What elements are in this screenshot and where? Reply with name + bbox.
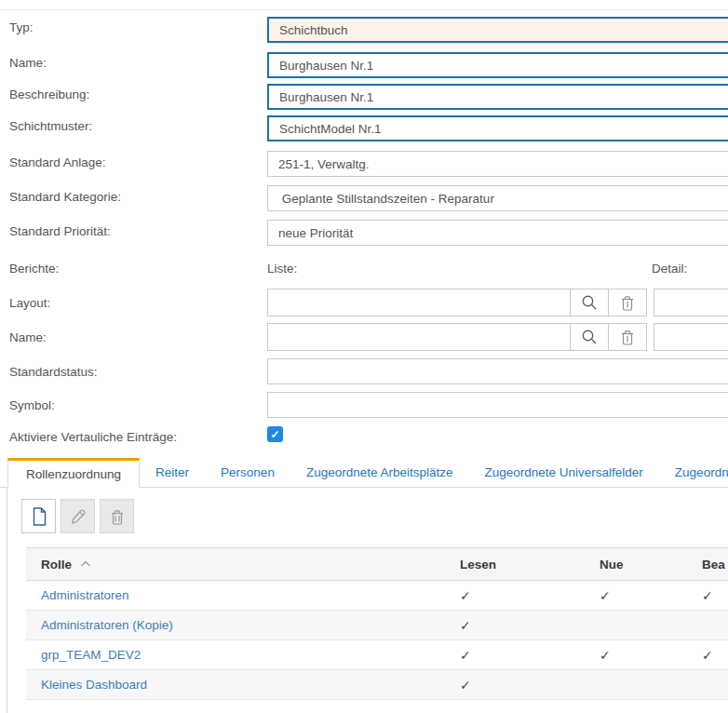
nue-permission-cell: ✓ <box>585 588 687 603</box>
checkbox-check-icon: ✓ <box>270 428 279 441</box>
lesen-permission-cell: ✓ <box>445 678 585 693</box>
tab-label: Zugeordnete <box>675 465 728 479</box>
tab-label: Reiter <box>155 465 189 479</box>
check-icon: ✓ <box>460 648 471 663</box>
tab-label: Personen <box>221 465 275 479</box>
tab-personen[interactable]: Personen <box>205 458 290 487</box>
trash-icon <box>110 508 125 525</box>
rolle-link[interactable]: Administratoren <box>41 588 129 602</box>
standard-prioritaet-label: Standard Priorität: <box>9 224 111 238</box>
rolle-link[interactable]: grp_TEAM_DEV2 <box>41 648 141 662</box>
vertrauliche-eintraege-label: Aktiviere Vertauliche Einträge: <box>9 430 177 444</box>
delete-record-button[interactable] <box>100 499 134 533</box>
table-header: Rolle Lesen Nue Bea <box>26 547 728 581</box>
layout-liste-clear-button[interactable] <box>608 289 647 316</box>
rolle-cell: Kleines Dashboard <box>26 678 445 692</box>
check-icon: ✓ <box>460 588 471 603</box>
symbol-input[interactable] <box>267 392 728 418</box>
check-icon: ✓ <box>460 678 471 693</box>
header-lesen[interactable]: Lesen <box>445 558 585 572</box>
standardstatus-input[interactable] <box>267 358 728 384</box>
rollenzuordnung-panel: Rolle Lesen Nue Bea Administratoren✓✓✓Ad… <box>7 487 728 713</box>
header-rolle[interactable]: Rolle <box>26 558 445 572</box>
roles-toolbar <box>21 499 134 533</box>
standard-anlage-label: Standard Anlage: <box>9 155 106 169</box>
berichte-section-label: Berichte: <box>9 262 59 276</box>
detail-column-label: Detail: <box>652 262 687 276</box>
typ-label: Typ: <box>9 20 34 34</box>
form-page: { "colors": { "focus_border_blue": "#1b6… <box>0 0 728 713</box>
table-row[interactable]: Kleines Dashboard✓ <box>26 670 728 700</box>
table-body: Administratoren✓✓✓Administratoren (Kopie… <box>26 581 728 700</box>
table-row[interactable]: grp_TEAM_DEV2✓✓✓ <box>26 640 728 670</box>
top-divider <box>0 9 728 10</box>
symbol-label: Symbol: <box>9 398 55 412</box>
lesen-permission-cell: ✓ <box>445 618 585 633</box>
check-icon: ✓ <box>702 648 713 663</box>
schichtmuster-label: Schichtmuster: <box>9 119 92 133</box>
nue-permission-cell: ✓ <box>585 648 687 663</box>
rolle-link[interactable]: Administratoren (Kopie) <box>41 618 173 632</box>
standard-prioritaet-input[interactable] <box>267 220 728 246</box>
standardstatus-label: Standardstatus: <box>9 365 98 379</box>
rolle-cell: Administratoren (Kopie) <box>26 618 445 632</box>
vertrauliche-eintraege-checkbox[interactable]: ✓ <box>267 426 283 442</box>
table-row[interactable]: Administratoren✓✓✓ <box>26 581 728 611</box>
check-icon: ✓ <box>702 588 713 603</box>
liste-column-label: Liste: <box>267 262 297 276</box>
check-icon: ✓ <box>600 648 611 663</box>
tab-zugeordnete-universalfelder[interactable]: Zugeordnete Universalfelder <box>469 458 659 487</box>
standard-anlage-input[interactable] <box>267 151 728 177</box>
name-label: Name: <box>9 56 47 70</box>
schichtmuster-input[interactable] <box>267 115 728 141</box>
search-icon <box>581 329 598 345</box>
standard-kategorie-label: Standard Kategorie: <box>9 190 121 204</box>
roles-table: Rolle Lesen Nue Bea Administratoren✓✓✓Ad… <box>26 547 728 700</box>
lesen-permission-cell: ✓ <box>445 588 585 603</box>
tab-bar: RollenzuordnungReiterPersonenZugeordnete… <box>0 458 728 488</box>
tab-label: Zugeordnete Arbeitsplätze <box>306 465 453 479</box>
header-bea[interactable]: Bea <box>687 558 728 572</box>
tab-reiter[interactable]: Reiter <box>140 458 205 487</box>
layout-label: Layout: <box>9 296 50 310</box>
rolle-cell: grp_TEAM_DEV2 <box>26 648 445 662</box>
lesen-permission-cell: ✓ <box>445 648 585 663</box>
header-nue[interactable]: Nue <box>585 558 687 572</box>
edit-record-button[interactable] <box>61 499 95 533</box>
tab-label: Rollenzuordnung <box>26 467 121 481</box>
bericht-name-liste-search-button[interactable] <box>570 323 609 351</box>
layout-liste-input[interactable] <box>267 289 571 316</box>
tab-label: Zugeordnete Universalfelder <box>485 465 643 479</box>
tab-zugeordnete-arbeitsplätze[interactable]: Zugeordnete Arbeitsplätze <box>290 458 469 487</box>
bea-permission-cell: ✓ <box>687 648 728 663</box>
new-document-icon <box>32 507 47 526</box>
table-row[interactable]: Administratoren (Kopie)✓ <box>26 611 728 640</box>
new-record-button[interactable] <box>21 499 56 533</box>
trash-icon <box>620 329 635 345</box>
bea-permission-cell: ✓ <box>687 588 728 603</box>
name-input[interactable] <box>267 52 728 78</box>
bericht-name-liste-clear-button[interactable] <box>608 323 647 351</box>
check-icon: ✓ <box>600 588 611 603</box>
search-icon <box>581 294 598 311</box>
rolle-cell: Administratoren <box>26 588 445 602</box>
beschreibung-label: Beschreibung: <box>9 87 89 101</box>
rolle-link[interactable]: Kleines Dashboard <box>41 678 147 692</box>
bericht-name-label: Name: <box>9 330 47 344</box>
layout-detail-input[interactable] <box>654 289 728 316</box>
bericht-name-detail-input[interactable] <box>654 323 728 351</box>
standard-kategorie-input[interactable] <box>267 185 728 211</box>
bericht-name-liste-input[interactable] <box>267 323 571 351</box>
tab-zugeordnete[interactable]: Zugeordnete <box>659 458 728 487</box>
sort-asc-icon <box>80 560 91 568</box>
pencil-icon <box>70 508 87 525</box>
beschreibung-input[interactable] <box>267 84 728 110</box>
check-icon: ✓ <box>460 618 471 633</box>
tab-rollenzuordnung[interactable]: Rollenzuordnung <box>7 458 140 488</box>
trash-icon <box>620 294 635 311</box>
layout-liste-search-button[interactable] <box>570 289 609 316</box>
typ-input[interactable] <box>267 17 728 43</box>
